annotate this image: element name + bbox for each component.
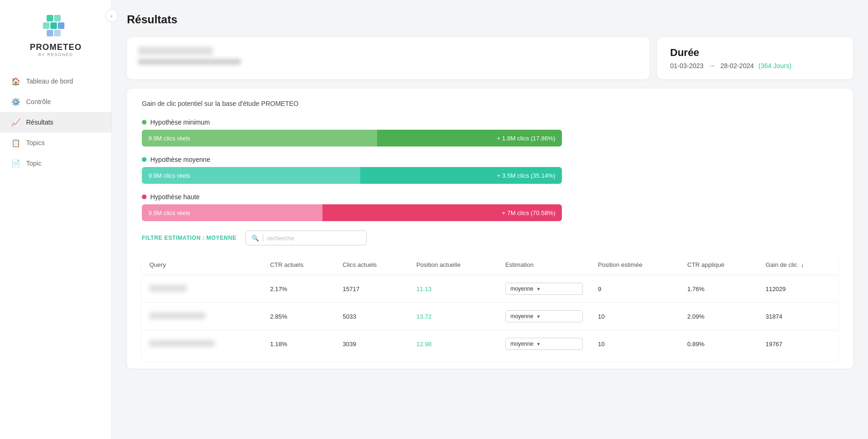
td-query-2 bbox=[142, 330, 263, 358]
hypothesis-text-moyenne: Hypothèse moyenne bbox=[150, 156, 210, 163]
svg-rect-4 bbox=[58, 22, 64, 29]
logo-area: PROMETEO by RESONEO bbox=[0, 9, 112, 71]
hypothesis-haute: Hypothèse haute 9.9M clics réels + 7M cl… bbox=[142, 193, 838, 221]
svg-rect-3 bbox=[50, 22, 57, 29]
select-arrow-0: ▼ bbox=[536, 286, 541, 292]
date-days: (364 Jours) bbox=[758, 62, 791, 70]
svg-rect-0 bbox=[47, 15, 53, 21]
td-pos-estimee-1: 10 bbox=[590, 303, 680, 330]
td-clics-2: 3039 bbox=[335, 330, 409, 358]
query-blurred-2 bbox=[149, 340, 215, 347]
td-ctr-applique-1: 2.09% bbox=[680, 303, 758, 330]
table-row: 2.85% 5033 13.72 moyenne ▼ 10 2.09% 3187… bbox=[142, 303, 838, 330]
sidebar-item-topic[interactable]: 📄 Topic bbox=[0, 153, 112, 174]
bar-container-moyenne: 9.9M clics réels + 3.5M clics (35.14%) bbox=[142, 167, 562, 184]
svg-rect-2 bbox=[43, 22, 49, 29]
collapse-button[interactable]: ‹ bbox=[105, 9, 118, 22]
hypotheses-container: Hypothèse minimum 9.9M clics réels + 1.8… bbox=[142, 118, 838, 221]
estimation-value-2: moyenne bbox=[511, 341, 533, 347]
select-arrow-1: ▼ bbox=[536, 314, 541, 319]
nav-icon-topics: 📋 bbox=[11, 138, 21, 147]
td-position-0: 11.13 bbox=[409, 275, 497, 303]
td-ctr-applique-0: 1.76% bbox=[680, 275, 758, 303]
gain-section: Gain de clic potentiel sur la base d'étu… bbox=[127, 89, 853, 369]
search-input[interactable] bbox=[267, 235, 361, 242]
bar-ext-haute: + 7M clics (70.58%) bbox=[322, 204, 562, 221]
search-icon: 🔍 bbox=[252, 235, 259, 242]
date-end: 28-02-2024 bbox=[721, 62, 754, 70]
nav-container: 🏠 Tableau de bord ⚙️ Contrôle 📈 Résultat… bbox=[0, 71, 112, 174]
td-query-1 bbox=[142, 303, 263, 330]
td-ctr-applique-2: 0.89% bbox=[680, 330, 758, 358]
hypothesis-label-min: Hypothèse minimum bbox=[142, 118, 838, 126]
sidebar-item-topics[interactable]: 📋 Topics bbox=[0, 132, 112, 153]
estimation-select-0[interactable]: moyenne ▼ bbox=[505, 283, 583, 295]
bar-base-moyenne: 9.9M clics réels bbox=[142, 167, 360, 184]
query-blurred-0 bbox=[149, 285, 187, 292]
col-header-gain_de_clic[interactable]: Gain de clic ↓ bbox=[758, 255, 838, 275]
col-header-query: Query bbox=[142, 255, 263, 275]
date-arrow: → bbox=[708, 62, 716, 70]
dot-min bbox=[142, 120, 147, 125]
table-section: QueryCTR actuelsClics actuelsPosition ac… bbox=[142, 255, 838, 361]
estimation-value-0: moyenne bbox=[511, 286, 533, 292]
estimation-select-1[interactable]: moyenne ▼ bbox=[505, 310, 583, 322]
td-gain-2: 19767 bbox=[758, 330, 838, 358]
estimation-select-2[interactable]: moyenne ▼ bbox=[505, 338, 583, 350]
table-body: 2.17% 15717 11.13 moyenne ▼ 9 1.76% 1120… bbox=[142, 275, 838, 358]
search-divider bbox=[263, 234, 263, 242]
td-estimation-0[interactable]: moyenne ▼ bbox=[498, 275, 591, 303]
td-gain-0: 112029 bbox=[758, 275, 838, 303]
nav-icon-controle: ⚙️ bbox=[11, 97, 21, 106]
date-start: 01-03-2023 bbox=[670, 62, 704, 70]
sidebar-item-controle[interactable]: ⚙️ Contrôle bbox=[0, 91, 112, 112]
td-query-0 bbox=[142, 275, 263, 303]
nav-label-controle: Contrôle bbox=[26, 98, 51, 105]
logo-text: PROMETEO bbox=[30, 42, 82, 52]
td-position-1: 13.72 bbox=[409, 303, 497, 330]
td-estimation-2[interactable]: moyenne ▼ bbox=[498, 330, 591, 358]
table-head: QueryCTR actuelsClics actuelsPosition ac… bbox=[142, 255, 838, 275]
logo-icon bbox=[42, 14, 70, 40]
nav-label-topic: Topic bbox=[26, 160, 42, 167]
nav-label-topics: Topics bbox=[26, 139, 45, 146]
card-duree: Durée 01-03-2023 → 28-02-2024 (364 Jours… bbox=[657, 37, 853, 79]
col-header-position_estimee: Position estimée bbox=[590, 255, 680, 275]
bar-container-min: 9.9M clics réels + 1.8M clics (17.86%) bbox=[142, 130, 562, 146]
results-table: QueryCTR actuelsClics actuelsPosition ac… bbox=[142, 255, 838, 357]
td-estimation-1[interactable]: moyenne ▼ bbox=[498, 303, 591, 330]
card-site bbox=[127, 37, 650, 79]
hypothesis-text-haute: Hypothèse haute bbox=[150, 193, 200, 201]
dot-haute bbox=[142, 195, 147, 199]
sort-icon: ↓ bbox=[801, 261, 804, 268]
sidebar-item-resultats[interactable]: 📈 Résultats bbox=[0, 112, 112, 132]
bar-container-haute: 9.9M clics réels + 7M clics (70.58%) bbox=[142, 204, 562, 221]
td-pos-estimee-0: 9 bbox=[590, 275, 680, 303]
gain-title: Gain de clic potentiel sur la base d'étu… bbox=[142, 100, 838, 107]
bar-ext-min: + 1.8M clics (17.86%) bbox=[377, 130, 562, 146]
td-clics-0: 15717 bbox=[335, 275, 409, 303]
sidebar-item-tableau-de-bord[interactable]: 🏠 Tableau de bord bbox=[0, 71, 112, 91]
filter-label: FILTRE ESTIMATION : MOYENNE bbox=[142, 235, 236, 241]
col-header-clics_actuels: Clics actuels bbox=[335, 255, 409, 275]
col-header-ctr_applique: CTR appliqué bbox=[680, 255, 758, 275]
dot-moyenne bbox=[142, 157, 147, 162]
col-header-ctr_actuels: CTR actuels bbox=[263, 255, 336, 275]
main-content: Résultats Durée 01-03-2023 → 28-02-2024 … bbox=[112, 0, 868, 439]
hypothesis-label-haute: Hypothèse haute bbox=[142, 193, 838, 201]
td-ctr-0: 2.17% bbox=[263, 275, 336, 303]
duree-dates: 01-03-2023 → 28-02-2024 (364 Jours) bbox=[670, 62, 840, 70]
duree-title: Durée bbox=[670, 47, 840, 59]
svg-rect-5 bbox=[47, 30, 53, 36]
select-arrow-2: ▼ bbox=[536, 341, 541, 347]
nav-icon-tableau-de-bord: 🏠 bbox=[11, 77, 21, 86]
bar-base-min: 9.9M clics réels bbox=[142, 130, 377, 146]
col-header-position_actuelle: Position actuelle bbox=[409, 255, 497, 275]
search-box[interactable]: 🔍 bbox=[245, 230, 367, 245]
td-pos-estimee-2: 10 bbox=[590, 330, 680, 358]
nav-icon-resultats: 📈 bbox=[11, 118, 21, 127]
table-row: 2.17% 15717 11.13 moyenne ▼ 9 1.76% 1120… bbox=[142, 275, 838, 303]
hypothesis-moyenne: Hypothèse moyenne 9.9M clics réels + 3.5… bbox=[142, 156, 838, 184]
hypothesis-label-moyenne: Hypothèse moyenne bbox=[142, 156, 838, 163]
td-gain-1: 31874 bbox=[758, 303, 838, 330]
